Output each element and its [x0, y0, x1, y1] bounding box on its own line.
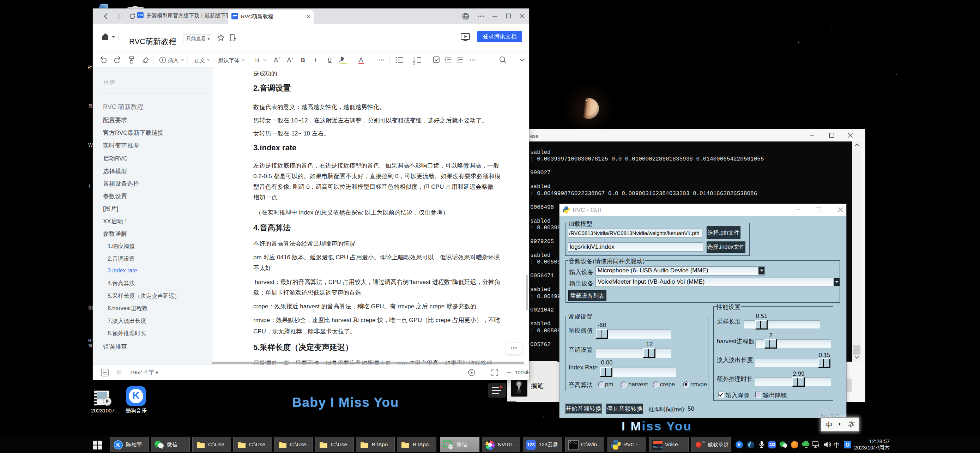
- svg-text:插入: 插入: [168, 57, 178, 63]
- svg-text:3: 3: [413, 62, 415, 65]
- svg-text:A: A: [274, 57, 278, 63]
- svg-text:正文: 正文: [194, 57, 205, 63]
- svg-text:11: 11: [255, 57, 260, 63]
- svg-text:默认字体: 默认字体: [218, 57, 240, 63]
- svg-text:B: B: [301, 57, 305, 63]
- svg-text:A: A: [359, 57, 363, 63]
- svg-text:U: U: [328, 57, 332, 63]
- svg-text:+: +: [279, 56, 281, 60]
- svg-text:A: A: [287, 57, 291, 63]
- svg-text:I: I: [315, 57, 317, 63]
- svg-text:-: -: [292, 56, 293, 60]
